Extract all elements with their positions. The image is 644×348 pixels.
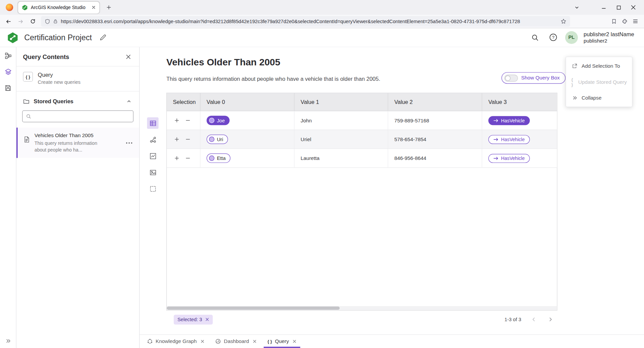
context-menu-item[interactable]: Collapse [566,90,632,106]
add-to-selection-icon[interactable] [174,156,180,161]
url-bar[interactable]: https://dev0028833.esri.com/portal/apps/… [41,16,570,27]
ellipsis-icon[interactable] [124,140,135,146]
browser-tab[interactable]: ArcGIS Knowledge Studio [18,1,99,13]
close-panel-icon[interactable] [124,52,133,61]
forward-icon[interactable] [15,16,26,27]
relationship-pill-label: HasVehicle [501,118,525,123]
help-icon[interactable]: ? [547,32,559,44]
page-description: This query returns information about peo… [166,76,380,82]
close-tab-icon[interactable] [293,339,297,343]
entity-dot-icon [209,118,214,123]
user-info[interactable]: publisher2 lastName publisher2 [584,31,634,44]
tracking-protection-shield-icon[interactable] [45,19,50,24]
add-selection-icon [571,63,578,69]
scrollbar-thumb[interactable] [167,306,340,310]
window-close-button[interactable] [626,1,641,14]
menu-icon[interactable] [633,18,638,24]
stored-queries-header[interactable]: Stored Queries [16,92,139,109]
bookmark-star-icon[interactable] [561,18,566,24]
edit-title-pencil-icon[interactable] [99,34,106,41]
browser-navbar: https://dev0028833.esri.com/portal/apps/… [0,15,644,28]
expand-rail-icon[interactable] [5,338,11,344]
svg-text:?: ? [552,35,554,40]
list-all-tabs-icon[interactable] [569,1,584,14]
previous-page-icon[interactable] [530,315,538,324]
value-cell: 846-956-8644 [388,149,482,167]
entity-pill-label: Etta [217,155,226,161]
relationship-pill-label: HasVehicle [501,137,525,142]
entity-cell: Uri [200,130,294,149]
lock-icon[interactable] [53,19,58,24]
next-page-icon[interactable] [546,315,555,324]
stored-query-item[interactable]: Vehicles Older Than 2005 This query retu… [16,128,139,158]
chart-view-icon[interactable] [147,150,158,162]
pagination: 1-3 of 3 [504,315,555,324]
table-row: EttaLauretta846-956-8644HasVehicle [167,149,557,168]
table-footer: Selected: 3 1-3 of 3 [166,310,557,328]
window-maximize-button[interactable] [611,1,626,14]
relationship-pill[interactable]: HasVehicle [488,154,530,163]
context-menu-item-label: Update Stored Query [578,79,627,85]
user-name: publisher2 lastName [584,31,634,38]
horizontal-scrollbar[interactable] [167,306,557,310]
selection-view-icon[interactable] [147,183,158,194]
header-right: ? PL publisher2 lastName publisher2 [529,31,637,44]
entity-pill[interactable]: Uri [207,134,228,144]
window-minimize-button[interactable] [596,1,611,14]
add-to-selection-icon[interactable] [174,137,180,142]
extensions-icon[interactable] [622,18,628,24]
chevron-up-icon[interactable] [125,98,133,105]
entity-dot-icon [209,137,214,142]
query-contents-panel: Query Contents { } Query Create new quer… [16,47,140,348]
search-icon [26,114,31,119]
selection-cell [167,149,200,167]
url-text: https://dev0028833.esri.com/portal/apps/… [61,18,558,24]
new-tab-button[interactable] [104,3,113,12]
tab-query[interactable]: { }Query [262,335,302,348]
left-rail [0,47,16,348]
table-empty-area [167,168,557,306]
context-menu-item[interactable]: Add Selection To [566,58,632,74]
contents-layers-icon[interactable] [3,66,13,77]
arcgis-knowledge-logo [7,32,19,44]
remove-from-selection-icon[interactable] [185,137,191,142]
stored-queries-search-input[interactable] [34,113,130,119]
pocket-save-icon[interactable] [611,18,617,24]
document-icon [23,136,31,153]
relationship-pill[interactable]: HasVehicle [488,135,530,144]
search-icon[interactable] [529,32,541,44]
toggle-switch-icon [504,74,518,81]
close-tab-icon[interactable] [253,339,257,343]
table-view-icon[interactable] [147,117,158,129]
selected-count-chip[interactable]: Selected: 3 [174,314,213,324]
refresh-icon[interactable] [27,16,39,27]
firefox-icon[interactable] [6,4,13,11]
relationship-pill[interactable]: HasVehicle [488,116,530,125]
context-menu: Add Selection To{ }Update Stored QueryCo… [565,57,632,107]
close-tab-icon[interactable] [200,339,204,343]
selection-cell [167,130,200,149]
map-view-icon[interactable] [147,167,158,178]
avatar[interactable]: PL [565,31,578,44]
back-icon[interactable] [2,16,14,27]
column-header: Selection [167,93,200,111]
tab-knowledge-graph[interactable]: Knowledge Graph [142,335,210,348]
browser-tab-title: ArcGIS Knowledge Studio [31,5,89,10]
new-query-item[interactable]: { } Query Create new queries [16,66,139,92]
double-chevron-right-icon [571,95,578,101]
entity-pill[interactable]: Joe [207,116,230,125]
relationship-cell: HasVehicle [482,149,557,167]
show-query-box-toggle[interactable]: Show Query Box [501,72,565,83]
tab-dashboard[interactable]: Dashboard [210,335,262,348]
remove-from-selection-icon[interactable] [185,118,191,123]
remove-from-selection-icon[interactable] [185,156,191,161]
data-model-icon[interactable] [3,51,13,61]
save-icon[interactable] [3,82,13,93]
entity-dot-icon [209,156,214,161]
clear-selection-icon[interactable] [205,317,209,321]
close-tab-icon[interactable] [92,5,96,9]
link-chart-view-icon[interactable] [147,134,158,145]
add-to-selection-icon[interactable] [174,118,180,123]
column-header: Value 2 [388,93,482,111]
entity-pill[interactable]: Etta [207,154,231,163]
